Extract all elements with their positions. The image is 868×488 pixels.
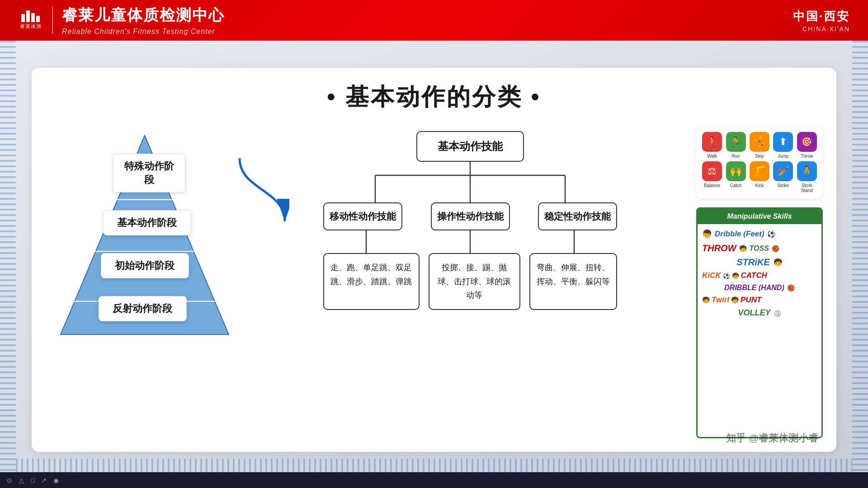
flowchart-section: 基本动作技能 xyxy=(258,127,683,438)
manip-row-throw-toss: THROW 🧒 TOSS 🏀 xyxy=(702,242,817,254)
jump-icon: ⬆ xyxy=(773,132,793,152)
skill-dribble-hand: DRIBBLE (HAND) xyxy=(724,284,784,292)
location-cn: 中国·西安 xyxy=(793,9,850,24)
skill-twirl: Twirl xyxy=(712,296,729,305)
skill-catch: CATCH xyxy=(741,271,767,280)
icon-catch: 🙌 Catch xyxy=(725,161,746,193)
icons-grid: 🚶 Walk 🏃 Run 🤸 Skip ⬆ xyxy=(702,132,817,193)
run-icon: 🏃 xyxy=(726,132,746,152)
pyramid-label-basic: 基本动作阶段 xyxy=(103,210,191,235)
logo-box: 睿莱体测 xyxy=(18,10,43,31)
skill-dribble-feet: Dribble (Feet) xyxy=(715,230,764,239)
manip-row-twirl-punt: 🧒 Twirl 🧒 PUNT xyxy=(702,295,817,305)
header-divider xyxy=(52,7,53,34)
logo-bar-1 xyxy=(21,14,25,22)
manip-skills-body: 👦 Dribble (Feet) ⚽ THROW 🧒 TOSS 🏀 STRiKE xyxy=(698,224,821,322)
throw-icon: 🎯 xyxy=(797,132,817,152)
detail-boxes-row: 走、跑、单足跳、双足跳、滑步、踏跳、弹跳 投掷、接、踢、抛球、击打球、球的滚动等… xyxy=(323,253,617,310)
fc-branch-0: 移动性动作技能 xyxy=(323,202,402,230)
manip-row-volley: VOLLEY 🏐 xyxy=(702,307,817,319)
manip-row-dribble-feet: 👦 Dribble (Feet) ⚽ xyxy=(702,228,817,240)
skill-toss: TOSS xyxy=(750,244,769,253)
logo-text: 睿莱体测 xyxy=(20,23,42,30)
right-section: 🚶 Walk 🏃 Run 🤸 Skip ⬆ xyxy=(696,127,823,438)
logo-bar-2 xyxy=(26,10,30,22)
skill-volley: VOLLEY xyxy=(738,308,770,318)
fc-root-box: 基本动作技能 xyxy=(416,131,524,162)
icon-balance: ⚖ Balance xyxy=(702,161,722,193)
icon-skip: 🤸 Skip xyxy=(749,132,770,159)
location-en: CHINA·XI'AN xyxy=(802,25,850,33)
skill-throw: THROW xyxy=(702,243,736,253)
walk-icon: 🚶 xyxy=(702,132,722,152)
icon-walk: 🚶 Walk xyxy=(702,132,722,159)
pyramid-container: 特殊动作阶段 基本动作阶段 初始动作阶段 xyxy=(54,131,235,339)
manip-skills-header: Manipulative Skills xyxy=(698,209,821,224)
icon-jump: ⬆ Jump xyxy=(773,132,793,159)
pyramid-section: 特殊动作阶段 基本动作阶段 初始动作阶段 xyxy=(45,127,244,438)
balance-icon: ⚖ xyxy=(702,161,722,181)
manip-row-kick-catch: KiCK ⚽ 🧒 CATCH xyxy=(702,270,817,281)
logo-icon: 睿莱体测 xyxy=(18,10,43,31)
icon-strike: 🏏 Strike xyxy=(773,161,793,193)
pyramid-label-special: 特殊动作阶段 xyxy=(113,154,185,192)
icon-throw: 🎯 Throw xyxy=(797,132,817,159)
logo-bars xyxy=(21,10,40,22)
icon-run: 🏃 Run xyxy=(725,132,746,159)
kick-icon: 🦵 xyxy=(750,161,769,181)
skill-kick: KiCK xyxy=(702,271,721,280)
skip-icon: 🤸 xyxy=(750,132,769,152)
header: 睿莱体测 睿莱儿童体质检测中心 Reliable Children's Fitn… xyxy=(0,0,868,41)
header-title-en: Reliable Children's Fitness Testing Cent… xyxy=(62,28,225,36)
icon-stork-stand: 🧍 Stork Stand xyxy=(797,161,817,193)
header-right: 中国·西安 CHINA·XI'AN xyxy=(793,9,850,33)
taskbar-icon-1[interactable]: ⊙ xyxy=(7,477,12,484)
header-title-box: 睿莱儿童体质检测中心 Reliable Children's Fitness T… xyxy=(62,5,225,36)
branch-boxes-row: 移动性动作技能 操作性动作技能 稳定性动作技能 xyxy=(323,202,617,230)
skill-punt: PUNT xyxy=(741,296,761,305)
catch-icon: 🙌 xyxy=(726,161,746,181)
deco-left xyxy=(0,41,16,474)
taskbar-icon-2[interactable]: △ xyxy=(19,477,24,484)
taskbar-icon-4[interactable]: ↗ xyxy=(41,477,47,484)
pyramid-label-initial: 初始动作阶段 xyxy=(101,253,189,278)
main-content: • 基本动作的分类 • xyxy=(0,41,868,474)
skill-strike: STRiKE xyxy=(736,257,769,267)
fc-branch-2: 稳定性动作技能 xyxy=(538,202,617,230)
fc-detail-1: 投掷、接、踢、抛球、击打球、球的滚动等 xyxy=(429,253,520,310)
header-left: 睿莱体测 睿莱儿童体质检测中心 Reliable Children's Fitn… xyxy=(18,5,225,36)
watermark: 知乎 @睿莱体测小睿 xyxy=(726,432,818,445)
taskbar-icon-3[interactable]: □ xyxy=(31,477,34,484)
activity-icons-card: 🚶 Walk 🏃 Run 🤸 Skip ⬆ xyxy=(696,127,823,198)
fc-branch-1: 操作性动作技能 xyxy=(431,202,510,230)
stork-stand-icon: 🧍 xyxy=(797,161,817,181)
tree-lines-svg xyxy=(330,162,610,202)
manip-skills-card: Manipulative Skills 👦 Dribble (Feet) ⚽ T… xyxy=(696,207,823,438)
logo-bar-4 xyxy=(36,16,40,22)
manip-row-strike: STRiKE 🧒 xyxy=(702,256,817,268)
white-card: • 基本动作的分类 • xyxy=(32,68,836,452)
blue-arrow xyxy=(235,145,289,235)
fc-detail-2: 弯曲、伸展、扭转、挥动、平衡、躲闪等 xyxy=(529,253,617,310)
icon-kick: 🦵 Kick xyxy=(749,161,770,193)
manip-row-dribble-hand: DRIBBLE (HAND) 🏀 xyxy=(702,283,817,293)
pyramid-label-reflex: 反射动作阶段 xyxy=(99,296,187,321)
taskbar-icon-5[interactable]: ◉ xyxy=(53,477,59,484)
content-row: 特殊动作阶段 基本动作阶段 初始动作阶段 xyxy=(45,127,823,438)
detail-lines-svg xyxy=(323,230,617,253)
deco-right xyxy=(852,41,868,474)
flowchart-tree: 基本动作技能 xyxy=(258,127,683,310)
header-title-cn: 睿莱儿童体质检测中心 xyxy=(62,5,225,26)
logo-bar-3 xyxy=(31,13,35,22)
pyramid-labels: 特殊动作阶段 基本动作阶段 初始动作阶段 xyxy=(54,131,235,339)
page-title: • 基本动作的分类 • xyxy=(45,81,823,113)
taskbar: ⊙ △ □ ↗ ◉ xyxy=(0,472,868,488)
fc-detail-0: 走、跑、单足跳、双足跳、滑步、踏跳、弹跳 xyxy=(323,253,420,310)
strike-icon: 🏏 xyxy=(773,161,793,181)
